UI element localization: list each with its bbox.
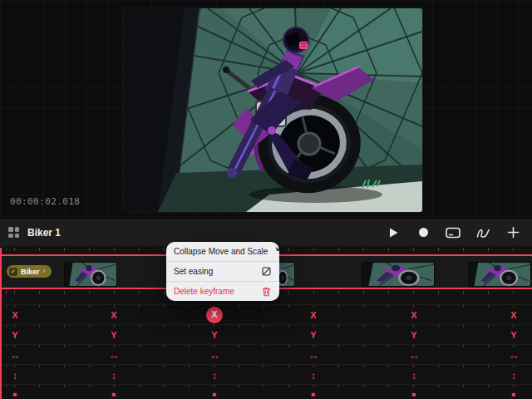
keyframe-marker[interactable]: X [510,310,516,319]
keyframe-marker[interactable]: ■ [412,392,416,398]
filmstrip-thumbnail[interactable] [65,263,116,286]
keyframe-marker[interactable]: ↔ [10,349,21,360]
filmstrip-thumbnail[interactable] [469,263,530,286]
keyframe-row-keyframes: ■■■■■■ [0,384,532,399]
keyframe-marker[interactable]: ↔ [409,349,420,360]
track-chip[interactable]: ✓ Biker › [7,265,52,278]
menu-item-collapse-move-and-scale[interactable]: Collapse Move and Scale [166,242,279,261]
keyframe-marker[interactable]: Y [310,330,316,339]
keyframe-marker[interactable]: Y [111,330,116,339]
tracks-grid-icon[interactable] [8,227,19,238]
plus-icon [507,226,520,239]
keyframe-marker[interactable]: X [111,310,116,319]
keyframe-marker[interactable]: ↔ [109,349,120,360]
add-button[interactable] [505,226,520,239]
perform-button[interactable] [475,226,490,239]
menu-item-label: Delete keyframe [174,287,234,296]
clip-preview[interactable] [123,8,422,212]
timecode: 00:00:02.018 [10,196,80,207]
keyframe-marker[interactable]: ↔ [509,349,520,360]
keyframe-row-height: ↕↕↕↕↕↕ [0,364,532,384]
keyframe-marker[interactable]: Y [510,330,516,339]
world-canvas[interactable]: 00:00:02.018 [0,0,532,218]
keyframe-marker[interactable]: ↕ [311,369,317,380]
chevron-right-icon: › [43,268,46,275]
keyframe-marker[interactable]: ■ [512,392,516,398]
play-icon [388,227,399,239]
thumbnail-art [469,263,530,286]
thumbnail-art [65,263,116,286]
keyframe-row-y: YYYYYY [0,324,532,344]
record-button[interactable] [416,226,431,239]
menu-item-delete-keyframe[interactable]: Delete keyframe [166,281,279,301]
keyframe-row-width: ↔↔↔↔↔↔ [0,344,532,364]
keyframe-marker[interactable]: Y [12,330,17,339]
selected-keyframe-marker[interactable]: X [206,307,223,323]
keyframe-marker[interactable]: X [12,310,17,319]
menu-item-label: Set easing [174,267,213,276]
context-menu[interactable]: Collapse Move and ScaleSet easingDelete … [166,242,279,301]
keyframe-marker[interactable]: ■ [312,392,316,398]
keyframe-marker[interactable]: ↕ [111,369,117,380]
keyframe-marker[interactable]: ■ [213,392,217,398]
app-window: 00:00:02.018 Biker 1 [0,0,532,399]
scribble-icon [476,227,490,239]
keyframe-marker[interactable]: ↔ [209,349,220,360]
playhead[interactable] [0,248,2,399]
play-button[interactable] [386,226,401,239]
menu-item-label: Collapse Move and Scale [174,247,268,256]
record-icon [418,227,429,238]
menu-item-set-easing[interactable]: Set easing [166,261,279,281]
keyframe-marker[interactable]: Y [411,330,416,339]
track-chip-label: Biker [21,268,40,276]
keyframe-marker[interactable]: ↕ [411,369,417,380]
preview-artwork [123,8,422,212]
keyframe-marker[interactable]: ↕ [212,369,218,380]
thumbnail-art [362,263,434,286]
keyframe-marker[interactable]: ↕ [12,369,18,380]
keyframe-marker[interactable]: ■ [112,392,116,398]
flipbook-button[interactable] [446,226,461,239]
frame-icon [446,227,461,239]
keyframe-row-x: XXXXXX [0,304,532,324]
track-title: Biker 1 [27,227,61,239]
keyframe-marker[interactable]: Y [211,330,217,339]
keyframe-marker[interactable]: ↕ [511,369,517,380]
collapse-icon [274,246,279,257]
keyframe-marker[interactable]: ■ [13,392,17,398]
trash-icon [261,286,272,297]
keyframe-marker[interactable]: X [411,310,416,319]
check-icon: ✓ [9,268,17,276]
keyframe-marker[interactable]: ↔ [308,349,319,360]
keyframe-marker[interactable]: X [310,310,316,319]
easing-icon [261,266,272,277]
filmstrip-thumbnail[interactable] [362,263,434,286]
property-rows: XXXXXXYYYYYY↔↔↔↔↔↔↕↕↕↕↕↕■■■■■■ [0,304,532,399]
